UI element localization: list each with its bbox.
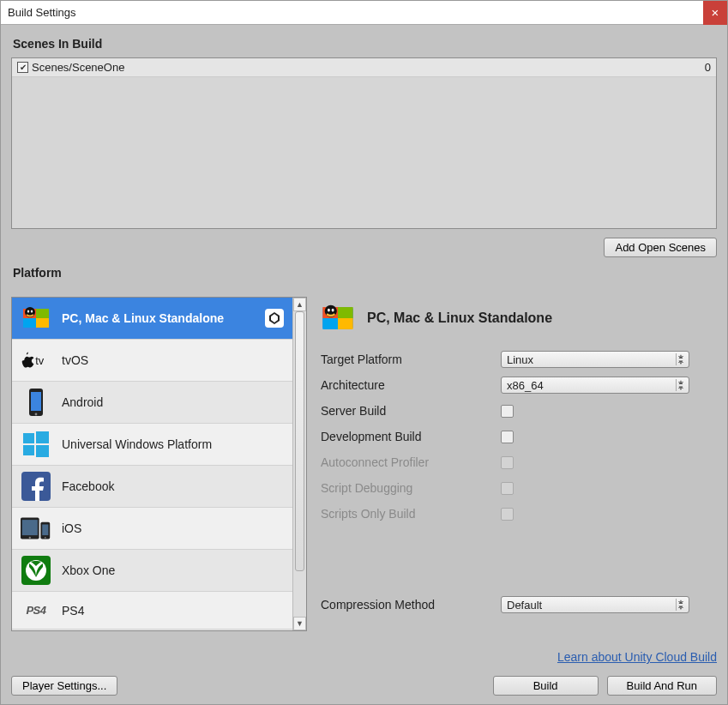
scroll-thumb[interactable] <box>295 311 304 571</box>
compression-method-value: Default <box>507 599 542 612</box>
target-platform-select[interactable]: Linux ▲▼ <box>501 351 689 368</box>
svg-point-21 <box>29 537 31 539</box>
scroll-track[interactable] <box>293 311 306 617</box>
player-settings-button[interactable]: Player Settings... <box>11 676 117 696</box>
compression-method-row: Compression Method Default ▲▼ <box>321 594 717 615</box>
scenes-list[interactable]: ✔ Scenes/SceneOne 0 <box>11 57 717 229</box>
facebook-icon <box>21 471 51 502</box>
platform-section-label: Platform <box>13 266 715 280</box>
standalone-icon <box>21 303 51 334</box>
platform-list[interactable]: PC, Mac & Linux Standalone tv <box>12 298 292 630</box>
build-button[interactable]: Build <box>493 676 599 696</box>
target-platform-label: Target Platform <box>321 352 501 366</box>
platform-item-tvos[interactable]: tv tvOS <box>12 340 292 382</box>
svg-rect-12 <box>31 392 41 411</box>
platform-list-container: PC, Mac & Linux Standalone tv <box>11 297 307 631</box>
xbox-icon <box>21 555 51 586</box>
bottom-bar: Player Settings... Build Build And Run <box>11 676 717 696</box>
cloud-build-link[interactable]: Learn about Unity Cloud Build <box>321 650 717 664</box>
platform-item-xbox[interactable]: Xbox One <box>12 550 292 592</box>
scripts-only-build-checkbox <box>501 508 514 521</box>
platform-item-uwp[interactable]: Universal Windows Platform <box>12 424 292 466</box>
platform-label: PC, Mac & Linux Standalone <box>62 311 255 325</box>
svg-rect-20 <box>22 520 38 535</box>
svg-text:tv: tv <box>35 354 45 367</box>
ios-icon <box>21 513 51 544</box>
platform-label: Facebook <box>62 479 284 493</box>
architecture-row: Architecture x86_64 ▲▼ <box>321 375 717 395</box>
server-build-label: Server Build <box>321 404 501 418</box>
platform-column: PC, Mac & Linux Standalone tv <box>11 297 307 664</box>
svg-point-33 <box>328 308 330 311</box>
platform-item-standalone[interactable]: PC, Mac & Linux Standalone <box>12 298 292 340</box>
target-platform-value: Linux <box>507 353 533 366</box>
close-icon: × <box>712 5 719 20</box>
svg-rect-30 <box>322 318 338 329</box>
add-open-scenes-button[interactable]: Add Open Scenes <box>604 238 717 257</box>
svg-rect-2 <box>36 309 49 318</box>
platform-item-facebook[interactable]: Facebook <box>12 466 292 508</box>
svg-point-24 <box>45 537 46 539</box>
windows-icon <box>21 429 51 460</box>
development-build-checkbox[interactable] <box>501 431 514 443</box>
script-debugging-checkbox <box>501 482 514 495</box>
svg-rect-16 <box>23 445 34 455</box>
scroll-up-button[interactable]: ▲ <box>293 298 306 311</box>
svg-point-6 <box>27 310 29 312</box>
server-build-checkbox[interactable] <box>501 405 514 418</box>
platform-item-android[interactable]: Android <box>12 382 292 424</box>
client-area: Scenes In Build ✔ Scenes/SceneOne 0 Add … <box>1 25 727 704</box>
target-platform-row: Target Platform Linux ▲▼ <box>321 349 717 370</box>
compression-method-label: Compression Method <box>321 598 501 612</box>
svg-point-13 <box>35 413 38 416</box>
build-and-run-button[interactable]: Build And Run <box>607 676 717 696</box>
development-build-row: Development Build <box>321 426 717 447</box>
svg-point-7 <box>31 310 33 312</box>
platform-item-ios[interactable]: iOS <box>12 508 292 550</box>
architecture-select[interactable]: x86_64 ▲▼ <box>501 377 689 394</box>
settings-title: PC, Mac & Linux Standalone <box>367 310 552 326</box>
scenes-section-label: Scenes In Build <box>13 37 715 51</box>
settings-column: PC, Mac & Linux Standalone Target Platfo… <box>321 297 717 664</box>
settings-header: PC, Mac & Linux Standalone <box>321 297 717 339</box>
android-icon <box>21 387 51 418</box>
scroll-down-button[interactable]: ▼ <box>293 617 306 630</box>
autoconnect-profiler-checkbox <box>501 456 514 469</box>
unity-icon <box>265 309 284 328</box>
svg-point-34 <box>332 308 334 311</box>
scene-label: Scenes/SceneOne <box>32 61 124 74</box>
svg-rect-15 <box>36 431 49 443</box>
script-debugging-row: Script Debugging <box>321 478 717 498</box>
svg-rect-17 <box>36 445 49 457</box>
scene-row[interactable]: ✔ Scenes/SceneOne 0 <box>12 58 716 77</box>
close-button[interactable]: × <box>703 1 727 25</box>
svg-rect-3 <box>23 318 36 328</box>
standalone-icon <box>321 301 355 335</box>
scripts-only-build-label: Scripts Only Build <box>321 507 501 521</box>
platform-scrollbar[interactable]: ▲ ▼ <box>292 298 306 630</box>
architecture-value: x86_64 <box>507 379 544 392</box>
ps4-icon: PS4 <box>21 595 51 626</box>
titlebar: Build Settings × <box>1 1 727 25</box>
platform-label: Universal Windows Platform <box>62 437 284 451</box>
scene-index: 0 <box>705 61 711 74</box>
autoconnect-profiler-row: Autoconnect Profiler <box>321 452 717 473</box>
platform-label: tvOS <box>62 353 284 367</box>
lower-area: PC, Mac & Linux Standalone tv <box>11 297 717 664</box>
architecture-label: Architecture <box>321 378 501 392</box>
platform-item-ps4[interactable]: PS4 PS4 <box>12 592 292 630</box>
build-settings-window: Build Settings × Scenes In Build ✔ Scene… <box>0 0 728 705</box>
svg-rect-31 <box>338 318 353 329</box>
settings-form: Target Platform Linux ▲▼ Architecture x8… <box>321 349 717 615</box>
platform-label: iOS <box>62 521 284 535</box>
platform-label: PS4 <box>62 604 284 618</box>
svg-rect-23 <box>42 525 48 536</box>
platform-label: Android <box>62 395 284 409</box>
svg-rect-14 <box>23 433 34 443</box>
scripts-only-build-row: Scripts Only Build <box>321 503 717 524</box>
scene-checkbox[interactable]: ✔ <box>17 62 28 73</box>
svg-rect-4 <box>36 318 49 328</box>
compression-method-select[interactable]: Default ▲▼ <box>501 596 689 613</box>
platform-label: Xbox One <box>62 563 284 577</box>
autoconnect-profiler-label: Autoconnect Profiler <box>321 455 501 469</box>
